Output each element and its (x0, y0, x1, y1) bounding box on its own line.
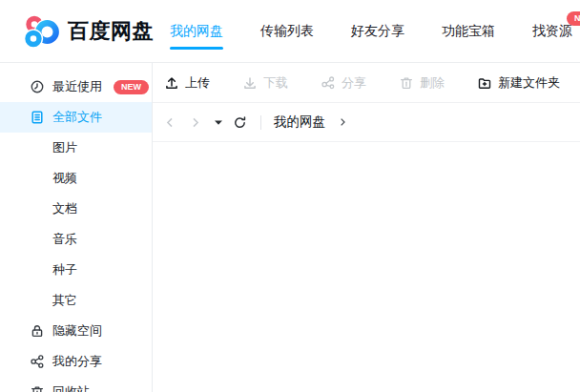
sidebar-item-label: 我的分享 (52, 353, 102, 370)
sidebar-item-hidden-space[interactable]: 隐藏空间 (0, 316, 152, 346)
upload-button[interactable]: 上传 (164, 74, 210, 92)
divider (260, 115, 261, 130)
sidebar-item-videos[interactable]: 视频 (0, 163, 152, 194)
sidebar-item-documents[interactable]: 文档 (0, 194, 152, 224)
sidebar-item-others[interactable]: 其它 (0, 285, 152, 316)
document-icon (29, 110, 45, 126)
sidebar: 最近使用 NEW 全部文件 图片 视频 文档 音乐 种子 (0, 63, 153, 392)
chevron-right-icon (189, 116, 201, 129)
sidebar-item-label: 文档 (52, 200, 77, 217)
refresh-icon (233, 115, 247, 130)
toolbar-button-label: 上传 (185, 74, 210, 92)
sidebar-item-label: 其它 (52, 292, 77, 309)
toolbar-button-label: 删除 (420, 74, 445, 92)
sidebar-item-label: 全部文件 (52, 109, 102, 126)
sidebar-item-recent[interactable]: 最近使用 NEW (0, 72, 152, 102)
sidebar-item-label: 最近使用 (52, 78, 102, 95)
trash-icon (399, 75, 414, 91)
share-icon (29, 354, 45, 370)
sidebar-item-label: 视频 (52, 170, 77, 187)
sidebar-item-label: 回收站 (52, 383, 90, 392)
sidebar-item-recycle-bin[interactable]: 回收站 (0, 377, 152, 392)
breadcrumb-bar: 我的网盘 (153, 103, 580, 142)
file-toolbar: 上传 下载 分享 (153, 63, 580, 103)
sidebar-item-my-shares[interactable]: 我的分享 (0, 346, 152, 377)
share-icon (321, 75, 336, 91)
history-dropdown-button[interactable] (215, 120, 222, 125)
tab-label: 我的网盘 (170, 23, 223, 40)
download-icon (242, 75, 258, 91)
new-folder-button[interactable]: 新建文件夹 (477, 74, 560, 92)
tab-transfer-list[interactable]: 传输列表 (260, 0, 314, 62)
tab-label: 传输列表 (260, 23, 314, 40)
tab-friend-share[interactable]: 好友分享 (351, 0, 404, 62)
new-folder-icon (477, 75, 492, 91)
clock-icon (29, 79, 45, 95)
netdisk-logo-icon[interactable] (25, 15, 59, 48)
tab-toolbox[interactable]: 功能宝箱 (442, 0, 495, 62)
sidebar-new-badge: NEW (114, 80, 149, 94)
forward-button[interactable] (189, 116, 201, 129)
app-header: 百度网盘 我的网盘 传输列表 好友分享 功能宝箱 找资源 NEW (0, 0, 580, 63)
brand-title: 百度网盘 (68, 17, 154, 46)
breadcrumb-current[interactable]: 我的网盘 (274, 113, 325, 131)
delete-button[interactable]: 删除 (399, 74, 445, 92)
tab-my-drive[interactable]: 我的网盘 (170, 0, 223, 62)
back-button[interactable] (164, 116, 176, 129)
download-button[interactable]: 下载 (242, 74, 288, 92)
upload-icon (164, 75, 179, 91)
toolbar-button-label: 下载 (263, 74, 288, 92)
tab-label: 好友分享 (351, 23, 404, 40)
toolbar-button-label: 新建文件夹 (498, 74, 560, 92)
sidebar-item-music[interactable]: 音乐 (0, 224, 152, 255)
sidebar-item-images[interactable]: 图片 (0, 133, 152, 163)
sidebar-item-label: 隐藏空间 (52, 322, 102, 340)
caret-down-icon (215, 120, 222, 125)
tab-find-resources[interactable]: 找资源 NEW (532, 0, 572, 62)
sidebar-item-all-files[interactable]: 全部文件 (0, 102, 152, 133)
trash-icon (29, 384, 45, 392)
sidebar-item-torrents[interactable]: 种子 (0, 255, 152, 285)
lock-icon (29, 323, 45, 340)
file-list-area (153, 142, 580, 392)
refresh-button[interactable] (233, 115, 247, 130)
toolbar-button-label: 分享 (342, 74, 366, 92)
sidebar-item-label: 音乐 (52, 231, 77, 248)
main-panel: 上传 下载 分享 (153, 63, 580, 392)
chevron-right-icon (338, 117, 347, 127)
nav-tabs: 我的网盘 传输列表 好友分享 功能宝箱 找资源 NEW (170, 0, 580, 62)
page-body: 最近使用 NEW 全部文件 图片 视频 文档 音乐 种子 (0, 63, 580, 392)
share-button[interactable]: 分享 (321, 74, 366, 92)
tab-label: 找资源 (532, 23, 572, 40)
tab-label: 功能宝箱 (442, 23, 495, 40)
sidebar-item-label: 种子 (52, 261, 77, 279)
chevron-left-icon (164, 116, 176, 129)
sidebar-item-label: 图片 (52, 139, 77, 156)
new-badge: NEW (567, 11, 580, 26)
breadcrumb-separator (338, 117, 347, 127)
